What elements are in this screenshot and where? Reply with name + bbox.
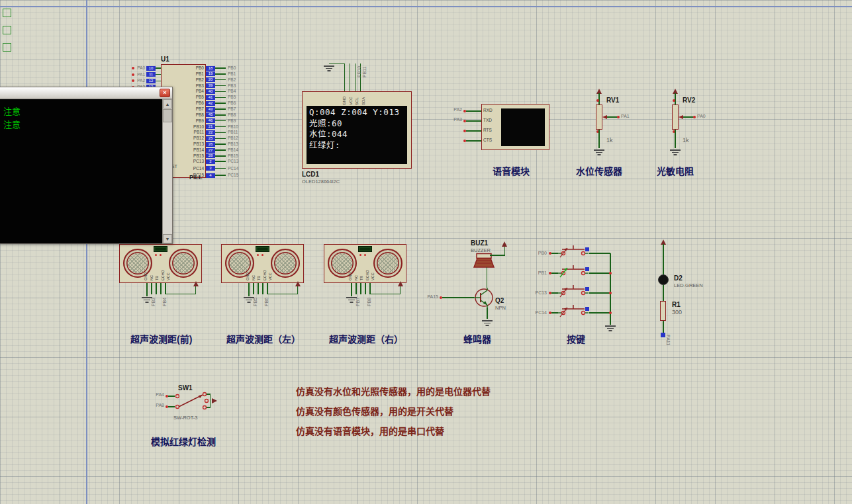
net-label: PB7: [355, 296, 360, 306]
net-label: PB2: [226, 77, 236, 83]
junction-dot: [463, 120, 466, 122]
caption-ultrasonic-right: 超声波测距（右）: [329, 332, 403, 345]
pin-wire: [215, 91, 226, 92]
net-label: PA2: [135, 78, 146, 83]
wire: [589, 312, 610, 313]
wire: [675, 93, 675, 105]
caption-buzzer: 蜂鸣器: [463, 332, 491, 345]
pin-wire: [215, 126, 226, 127]
pin-number-badge: 4: [206, 173, 215, 178]
scroll-up-button[interactable]: ▲: [163, 99, 172, 108]
wiper-arrow[interactable]: [679, 115, 683, 119]
wire: [598, 130, 599, 148]
indicator-led: [155, 254, 157, 256]
ground-symbol: [482, 320, 493, 327]
button-state-box[interactable]: [585, 247, 589, 251]
wiper-arrow[interactable]: [602, 115, 607, 119]
caption-keys: 按键: [567, 332, 585, 345]
pin-wire: [355, 283, 356, 294]
pin-name: RXD: [483, 108, 493, 112]
wire: [598, 93, 599, 105]
mcu-pin-row: PC154PC15: [183, 173, 238, 178]
indicator-led: [261, 254, 263, 256]
pin-name: CTS: [483, 138, 492, 142]
button-state-box[interactable]: [585, 307, 589, 311]
power-arrow: [502, 241, 507, 247]
net-label: PB5: [253, 296, 258, 306]
pin-number-badge: 40: [206, 89, 215, 94]
resistor-ref: R1: [672, 301, 681, 308]
pin-name: PB1: [183, 71, 206, 77]
potentiometer-rv1-body[interactable]: [596, 105, 602, 130]
pot-value: 1k: [606, 137, 613, 144]
wire: [504, 246, 505, 255]
resistor-r1[interactable]: [660, 301, 666, 321]
pin-wire: [215, 155, 226, 156]
indicator-led: [364, 254, 366, 256]
pin-wire: [215, 73, 226, 74]
push-button-pc14[interactable]: [558, 304, 589, 318]
scrollbar-thumb[interactable]: [163, 109, 172, 122]
transistor-q2[interactable]: [474, 288, 494, 308]
terminal-scrollbar[interactable]: ▲ ▼: [162, 99, 172, 243]
net-label: PA4: [151, 392, 164, 397]
ultrasonic-pin-labels: GNDNCTRECHOVCC: [144, 263, 170, 280]
wire: [551, 253, 558, 253]
pin-wire: [215, 168, 226, 169]
ground-symbol: [670, 149, 681, 156]
button-state-box[interactable]: [585, 287, 589, 291]
led-value: LED-GREEN: [674, 282, 703, 288]
pin-wire: [215, 67, 226, 68]
pin-name: PB13: [183, 142, 206, 147]
pin-wire: [253, 283, 254, 294]
caption-ultrasonic-front: 超声波测距(前): [130, 332, 192, 345]
net-label: PB3: [226, 83, 236, 89]
mcu-right-pins: PB018PB0 PB119PB1 PB220PB2 PB339PB3 PB44…: [183, 65, 238, 159]
junction-dot: [132, 79, 134, 82]
mcu-pin-row: PB220PB2: [183, 77, 238, 83]
note-3: 仿真没有语音模块，用的是串口代替: [296, 424, 444, 437]
wire: [675, 130, 675, 148]
net-label: PB10: [226, 124, 238, 130]
junction-dot: [463, 140, 466, 142]
mcu-pin-row: PA111: [132, 72, 161, 77]
pin-name: PB12: [183, 136, 206, 141]
pin-wire: [215, 85, 226, 86]
junction-dot: [617, 116, 620, 118]
oled-line: 红绿灯:: [309, 140, 404, 151]
terminal-screen[interactable]: 注意 注意 ▲ ▼: [0, 99, 172, 243]
power-arrow: [295, 281, 301, 286]
pin-number-badge: 19: [206, 71, 215, 76]
push-button-pb1[interactable]: [558, 264, 589, 278]
net-label: PC13: [532, 290, 547, 295]
transducer: [169, 249, 198, 278]
pin-name: VCC: [371, 263, 375, 280]
pin-wire: [156, 74, 161, 75]
pin-wire: [215, 120, 226, 121]
sheet-border-top: [0, 6, 852, 7]
pin-name: TR: [257, 263, 261, 280]
terminal-close-button[interactable]: ×: [160, 89, 170, 97]
power-arrow: [398, 281, 403, 286]
mcu-pc-pins: PC132PC13 PC143PC14 PC154PC15: [183, 159, 238, 178]
pin-number-badge: 26: [206, 142, 215, 147]
pin-number-badge: 25: [206, 136, 215, 141]
button-state-box[interactable]: [585, 267, 589, 271]
push-button-pc13[interactable]: [558, 284, 589, 298]
transistor-type: NPN: [495, 305, 506, 311]
led-d2[interactable]: [658, 274, 669, 285]
pin-number-badge: 28: [206, 153, 215, 158]
net-label: PC14: [532, 310, 547, 315]
push-button-pb0[interactable]: [558, 244, 589, 259]
schematic-canvas: { "terminal": { "title": "", "close": "×…: [0, 0, 852, 504]
rotary-switch-sw1[interactable]: [174, 389, 213, 413]
potentiometer-rv2-body[interactable]: [672, 105, 679, 130]
distance-display: [358, 246, 372, 252]
wire: [551, 292, 558, 293]
terminal-titlebar[interactable]: ×: [0, 87, 172, 99]
terminal-title: [0, 91, 2, 98]
pin-name: PB6: [183, 101, 206, 106]
scroll-down-button[interactable]: ▼: [163, 234, 172, 243]
wire: [195, 286, 196, 294]
wire: [355, 63, 355, 93]
